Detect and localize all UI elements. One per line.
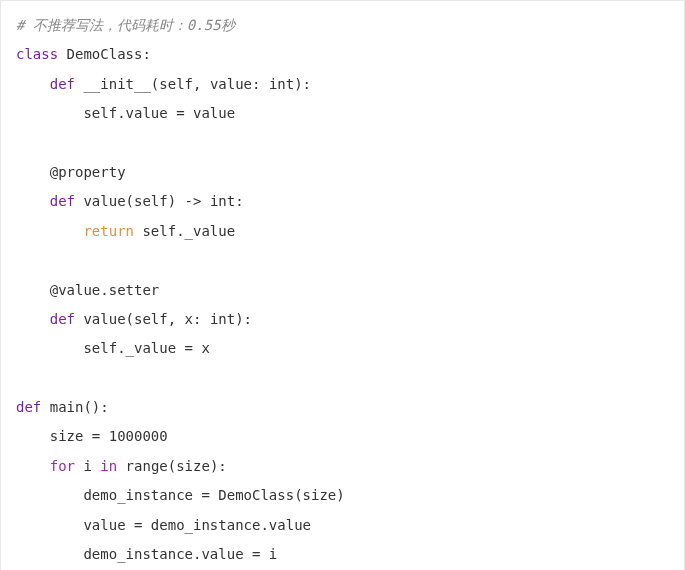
keyword-class: class [16,46,58,62]
code-text: size = 1000000 [16,428,168,444]
keyword-def: def [50,76,75,92]
code-text: demo_instance.value = i [16,546,277,562]
code-text: @value.setter [16,282,159,298]
keyword-for: for [50,458,75,474]
code-text: DemoClass: [58,46,151,62]
code-text: self.value = value [16,105,235,121]
code-text: i [75,458,100,474]
code-text: __init__(self, value: int): [75,76,311,92]
code-text: value = demo_instance.value [16,517,311,533]
keyword-def: def [50,193,75,209]
keyword-def: def [50,311,75,327]
code-text: value(self) -> int: [75,193,244,209]
python-code-block: # 不推荐写法，代码耗时：0.55秒 class DemoClass: def … [16,11,669,570]
keyword-return: return [83,223,134,239]
keyword-def: def [16,399,41,415]
code-comment: # 不推荐写法，代码耗时：0.55秒 [16,17,235,33]
code-text: demo_instance = DemoClass(size) [16,487,345,503]
code-text: range(size): [117,458,227,474]
code-text: @property [16,164,126,180]
code-text: self._value = x [16,340,210,356]
code-text: main(): [41,399,108,415]
keyword-in: in [100,458,117,474]
code-text: value(self, x: int): [75,311,252,327]
code-text: self._value [134,223,235,239]
